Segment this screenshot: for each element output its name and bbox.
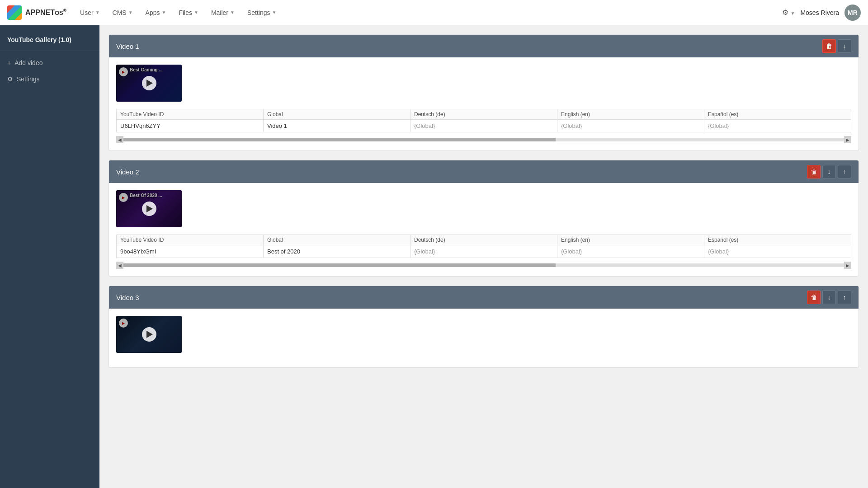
video-1-title: Video 1 [116,42,139,50]
video-card-2: Video 2 🗑 ↓ ↑ ▶ Best Of 2020 ... [108,160,859,277]
video-3-title: Video 3 [116,294,139,301]
video-3-move-up-button[interactable]: ↑ [838,291,851,304]
video-2-yt-id-group: YouTube Video ID [116,235,263,258]
chevron-down-icon: ▼ [194,10,198,15]
scroll-left-arrow[interactable]: ◀ [116,262,123,269]
gear-icon[interactable]: ⚙ ▼ [782,8,795,17]
chevron-down-icon: ▼ [272,10,277,15]
scroll-thumb [123,138,556,141]
nav-mailer[interactable]: Mailer ▼ [207,6,239,19]
play-button[interactable] [142,76,156,90]
yt-id-label: YouTube Video ID [117,235,263,245]
espanol-label: Español (es) [704,235,851,245]
user-name: Moses Rivera [800,9,839,16]
thumb-1-overlay [116,65,182,102]
nav-cms[interactable]: CMS ▼ [108,6,137,19]
deutsch-label: Deutsch (de) [410,109,557,120]
video-1-scrollbar: ◀ ▶ [116,136,851,143]
sidebar-item-add-video[interactable]: + Add video [0,55,99,71]
thumb-3-overlay [116,316,182,353]
scroll-track[interactable] [123,138,844,141]
navbar-right: ⚙ ▼ Moses Rivera MR [782,5,861,21]
video-2-deutsch-input[interactable] [410,245,557,258]
video-2-move-up-button[interactable]: ↑ [838,165,851,178]
play-button[interactable] [142,202,156,216]
nav-settings[interactable]: Settings ▼ [243,6,281,19]
chevron-down-icon: ▼ [230,10,235,15]
video-3-thumbnail[interactable]: ▶ [116,316,182,353]
video-card-2-header: Video 2 🗑 ↓ ↑ [109,160,859,183]
video-2-move-down-button[interactable]: ↓ [822,165,836,178]
video-2-english-group: English (en) [557,235,704,258]
video-card-1: Video 1 🗑 ↓ ▶ Best Gaming ... [108,34,859,151]
global-label: Global [264,235,410,245]
video-2-yt-id-input[interactable] [117,245,263,258]
deutsch-label: Deutsch (de) [410,235,557,245]
scroll-right-arrow[interactable]: ▶ [844,262,851,269]
sidebar-item-settings[interactable]: ⚙ Settings [0,71,99,87]
avatar: MR [844,5,861,21]
espanol-label: Español (es) [704,109,851,120]
chevron-down-icon: ▼ [128,10,133,15]
video-2-title: Video 2 [116,168,139,176]
brand-logo [7,5,22,20]
chevron-down-icon: ▼ [95,10,100,15]
chevron-down-icon: ▼ [162,10,166,15]
english-label: English (en) [557,109,704,120]
video-2-body: ▶ Best Of 2020 ... YouTube Video ID Gl [109,183,859,276]
yt-id-label: YouTube Video ID [117,109,263,120]
video-1-thumbnail[interactable]: ▶ Best Gaming ... [116,65,182,102]
video-2-global-input[interactable] [264,245,410,258]
video-card-1-header: Video 1 🗑 ↓ [109,35,859,57]
video-1-yt-id-input[interactable] [117,120,263,132]
sidebar: YouTube Gallery (1.0) + Add video ⚙ Sett… [0,25,99,488]
layout: YouTube Gallery (1.0) + Add video ⚙ Sett… [0,25,868,488]
video-2-english-input[interactable] [557,245,704,258]
video-2-global-group: Global [263,235,410,258]
video-2-scrollbar: ◀ ▶ [116,262,851,269]
video-3-actions: 🗑 ↓ ↑ [807,291,851,304]
video-1-actions: 🗑 ↓ [822,39,851,53]
video-1-yt-id-group: YouTube Video ID [116,109,263,132]
navbar: APPNETOS® User ▼ CMS ▼ Apps ▼ Files ▼ Ma… [0,0,868,25]
video-3-move-down-button[interactable]: ↓ [822,291,836,304]
video-1-move-down-button[interactable]: ↓ [838,39,851,53]
video-2-thumbnail[interactable]: ▶ Best Of 2020 ... [116,190,182,227]
brand-name: APPNETOS® [25,8,66,17]
video-3-delete-button[interactable]: 🗑 [807,291,821,304]
scroll-thumb [123,263,556,267]
nav-files[interactable]: Files ▼ [174,6,203,19]
nav-user[interactable]: User ▼ [75,6,104,19]
video-2-deutsch-group: Deutsch (de) [410,235,557,258]
video-1-deutsch-input[interactable] [410,120,557,132]
scroll-right-arrow[interactable]: ▶ [844,136,851,143]
play-icon [146,80,153,87]
video-1-fields: YouTube Video ID Global Deutsch (de) Eng… [116,109,851,132]
video-2-actions: 🗑 ↓ ↑ [807,165,851,178]
main-content: Video 1 🗑 ↓ ▶ Best Gaming ... [99,25,868,488]
video-2-espanol-input[interactable] [704,245,851,258]
video-2-fields: YouTube Video ID Global Deutsch (de) Eng… [116,235,851,258]
english-label: English (en) [557,235,704,245]
video-1-espanol-input[interactable] [704,120,851,132]
video-1-deutsch-group: Deutsch (de) [410,109,557,132]
plus-icon: + [7,59,11,66]
video-3-body: ▶ [109,309,859,367]
video-1-global-input[interactable] [264,120,410,132]
nav-apps[interactable]: Apps ▼ [141,6,171,19]
video-1-delete-button[interactable]: 🗑 [822,39,836,53]
video-card-3: Video 3 🗑 ↓ ↑ ▶ [108,286,859,368]
brand: APPNETOS® [7,5,66,20]
thumb-2-overlay [116,190,182,227]
play-icon [146,331,153,338]
video-2-delete-button[interactable]: 🗑 [807,165,821,178]
scroll-track[interactable] [123,263,844,267]
play-button[interactable] [142,327,156,342]
video-1-global-group: Global [263,109,410,132]
global-label: Global [264,109,410,120]
sidebar-title: YouTube Gallery (1.0) [0,33,99,51]
video-1-english-group: English (en) [557,109,704,132]
video-1-espanol-group: Español (es) [704,109,851,132]
scroll-left-arrow[interactable]: ◀ [116,136,123,143]
video-1-english-input[interactable] [557,120,704,132]
